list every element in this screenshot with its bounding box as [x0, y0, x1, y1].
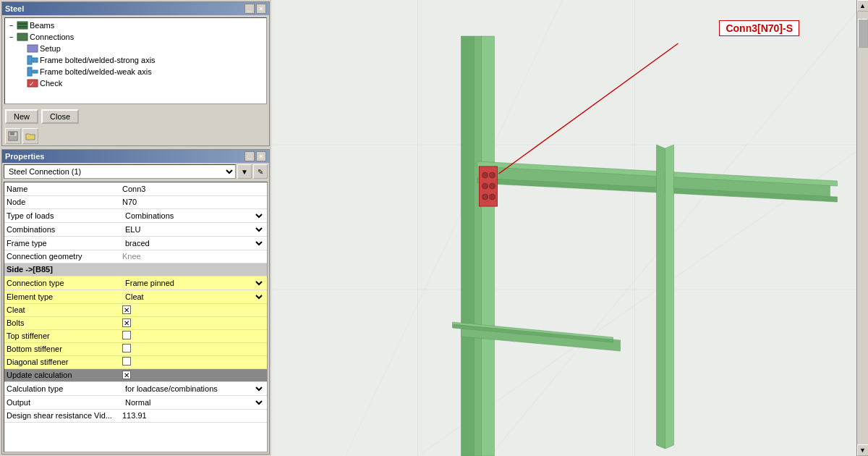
folder-toolbar-button[interactable] [22, 128, 38, 144]
svg-rect-8 [33, 70, 38, 73]
prop-name-15: Calculation type [4, 381, 120, 395]
prop-name-1: Node [4, 195, 120, 208]
prop-value-11[interactable] [120, 329, 267, 342]
frame-weak-icon [27, 67, 38, 77]
prop-value-7[interactable]: Frame pinned [120, 276, 267, 290]
close-button[interactable]: × [256, 4, 266, 14]
properties-panel: Properties _ × Steel Connection (1) ▼ ✎ … [1, 149, 270, 455]
tree-area: − Beams − Connections Setup Frame bolted… [4, 17, 267, 104]
filter-button[interactable]: ▼ [237, 164, 252, 179]
scroll-up-button[interactable]: ▲ [857, 0, 869, 12]
prop-value-4[interactable]: braced [120, 236, 267, 250]
svg-rect-6 [33, 58, 38, 62]
prop-name-5: Connection geometry [4, 250, 120, 263]
viewport[interactable]: Conn3[N70]-S ▲ ▼ [271, 0, 868, 456]
properties-title: Properties [5, 152, 44, 161]
left-panel: Steel _ × − Beams − Connections [0, 0, 271, 456]
expand-check [17, 80, 27, 88]
svg-rect-7 [27, 67, 32, 76]
callout-container: Conn3[N70]-S [719, 20, 799, 36]
svg-rect-24 [482, 36, 495, 456]
prop-value-9[interactable] [120, 303, 267, 316]
prop-name-13: Diagonal stiffener [4, 355, 120, 368]
svg-rect-4 [27, 45, 38, 52]
svg-rect-0 [17, 22, 27, 29]
new-button[interactable]: New [5, 109, 38, 124]
prop-name-10: Bolts [4, 316, 120, 329]
svg-rect-5 [27, 56, 32, 64]
minimize-button[interactable]: _ [244, 4, 255, 14]
properties-toolbar: Steel Connection (1) ▼ ✎ [2, 163, 269, 180]
prop-name-8: Element type [4, 290, 120, 303]
svg-rect-3 [17, 33, 27, 41]
properties-table: NameConn3NodeN70Type of loadsCombination… [4, 182, 268, 452]
save-toolbar-button[interactable] [5, 128, 21, 144]
prop-value-14[interactable] [120, 368, 267, 381]
object-type-dropdown[interactable]: Steel Connection (1) [4, 164, 236, 179]
svg-point-35 [490, 172, 495, 178]
scrollbar-track[interactable] [857, 12, 868, 444]
small-toolbar [2, 127, 269, 145]
edit-props-button[interactable]: ✎ [253, 164, 268, 179]
tree-item-setup[interactable]: Setup [17, 43, 265, 54]
beam-icon [17, 20, 28, 30]
tree-item-connections[interactable]: − Connections [7, 31, 265, 43]
props-data-table: NameConn3NodeN70Type of loadsCombination… [4, 182, 267, 423]
svg-rect-13 [9, 136, 17, 140]
prop-name-12: Bottom stiffener [4, 342, 120, 355]
svg-rect-2 [17, 26, 27, 28]
tree-item-frame-weak[interactable]: Frame bolted/welded-weak axis [17, 66, 265, 77]
prop-name-14: Update calculation [4, 368, 120, 381]
beams-label: Beams [30, 21, 54, 30]
prop-name-17: Design shear resistance Vid... [4, 409, 120, 422]
svg-rect-12 [10, 132, 14, 135]
prop-name-6: Side ->[B85] [4, 263, 120, 276]
setup-icon [27, 43, 38, 54]
tree-item-beams[interactable]: − Beams [7, 20, 265, 31]
prop-value-2[interactable]: Combinations [120, 208, 267, 222]
check-icon: ✓ [27, 78, 38, 88]
prop-name-7: Connection type [4, 276, 120, 290]
prop-name-3: Combinations [4, 222, 120, 236]
tree-item-check[interactable]: ✓ Check [17, 77, 265, 89]
scrollbar-thumb[interactable] [858, 19, 868, 48]
prop-value-16[interactable]: Normal [120, 395, 267, 409]
props-close-button[interactable]: × [256, 151, 266, 161]
svg-rect-1 [17, 23, 27, 25]
scene-3d-view [271, 0, 868, 456]
check-label: Check [40, 79, 62, 88]
setup-label: Setup [40, 44, 61, 53]
svg-marker-29 [665, 145, 674, 449]
expand-beams[interactable]: − [7, 22, 17, 30]
close-panel-button[interactable]: Close [41, 109, 79, 124]
steel-titlebar: Steel _ × [2, 2, 269, 15]
prop-value-3[interactable]: ELU [120, 222, 267, 236]
scroll-down-button[interactable]: ▼ [857, 444, 869, 456]
prop-name-0: Name [4, 182, 120, 195]
prop-name-2: Type of loads [4, 208, 120, 222]
svg-point-37 [490, 183, 495, 189]
expand-setup [17, 45, 27, 53]
svg-text:✓: ✓ [29, 80, 35, 88]
prop-value-10[interactable] [120, 316, 267, 329]
connections-label: Connections [30, 33, 74, 41]
frame-strong-label: Frame bolted/welded-strong axis [40, 56, 156, 64]
prop-value-13[interactable] [120, 355, 267, 368]
props-minimize-button[interactable]: _ [244, 151, 255, 161]
viewport-scrollbar-vertical[interactable]: ▲ ▼ [856, 0, 868, 456]
prop-value-12[interactable] [120, 342, 267, 355]
props-titlebar-buttons: _ × [244, 151, 266, 161]
expand-frame-strong [17, 56, 27, 64]
prop-value-8[interactable]: Cleat [120, 290, 267, 303]
svg-rect-22 [475, 36, 482, 456]
prop-value-15[interactable]: for loadcase/combinations [120, 381, 267, 395]
prop-name-9: Cleat [4, 303, 120, 316]
tree-item-frame-strong[interactable]: Frame bolted/welded-strong axis [17, 54, 265, 66]
prop-name-4: Frame type [4, 236, 120, 250]
prop-value-5: Knee [120, 250, 267, 263]
conn-icon [17, 32, 28, 42]
callout-label: Conn3[N70]-S [719, 20, 799, 36]
svg-point-38 [482, 194, 488, 200]
expand-connections[interactable]: − [7, 33, 17, 41]
steel-title: Steel [5, 4, 24, 13]
